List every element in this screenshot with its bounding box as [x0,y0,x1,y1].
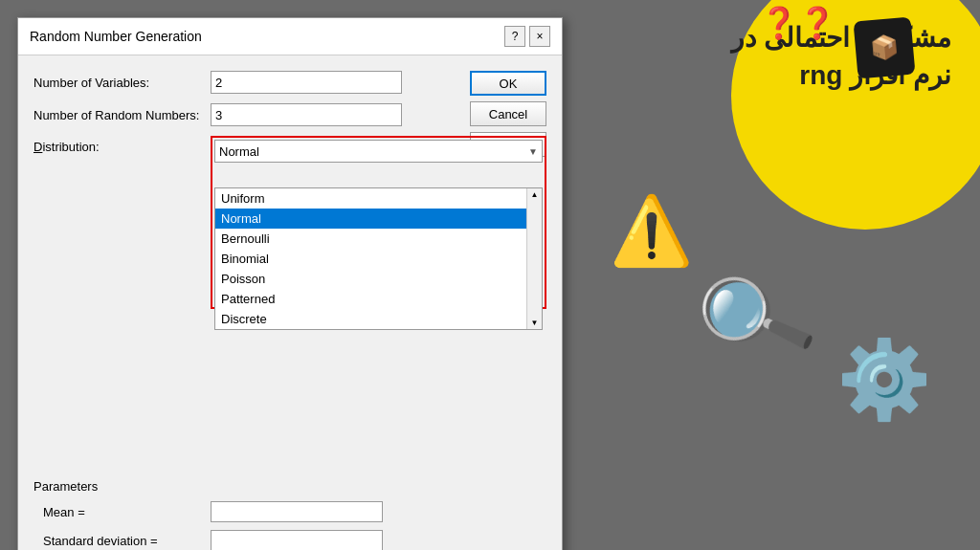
distribution-dropdown-container: Normal ▼ Uniform Normal Bernoulli Binomi… [211,136,546,309]
gear-decoration: ⚙️ [836,335,932,425]
option-discrete[interactable]: Discrete [215,309,542,329]
option-uniform[interactable]: Uniform [215,188,542,209]
help-titlebar-button[interactable]: ? [504,26,525,47]
option-poisson[interactable]: Poisson [215,269,542,289]
dialog-title: Random Number Generation [30,29,202,44]
parameters-label: Parameters [33,479,546,494]
question-marks: ❓❓ [760,5,836,41]
parameters-section: Parameters Mean = Standard deviation = [33,472,546,550]
stddev-input[interactable] [211,530,383,550]
stddev-label: Standard deviation = [43,534,211,548]
stddev-row: Standard deviation = [33,530,546,550]
scroll-down-icon[interactable]: ▼ [531,319,539,327]
num-random-label: Number of Random Numbers: [33,108,211,122]
dropdown-arrow-icon: ▼ [528,146,538,157]
distribution-label: Distribution: [33,136,211,154]
option-binomial[interactable]: Binomial [215,249,542,269]
close-button[interactable]: × [529,26,550,47]
titlebar-buttons: ? × [504,26,550,47]
distribution-selected-value: Normal [219,144,259,159]
magnifier-decoration: 🔍 [686,253,821,384]
distribution-list: Uniform Normal Bernoulli Binomial Poisso… [214,187,543,330]
dialog-titlebar: Random Number Generation ? × [18,18,562,55]
background-decoration: مشکلات احتمالی درنرم افزار rng 📦 ❓❓ ⚠️ 🔍… [578,0,980,550]
ok-button[interactable]: OK [470,71,546,96]
option-bernoulli[interactable]: Bernoulli [215,229,542,249]
distribution-row: Distribution: Normal ▼ Uniform Normal Be… [33,136,546,309]
mean-input[interactable] [211,501,383,522]
distribution-select[interactable]: Normal ▼ [214,140,543,163]
num-random-input[interactable] [211,103,402,126]
exclamation-decoration: ⚠️ [610,191,693,270]
mean-label: Mean = [43,505,211,519]
distribution-underline: D [33,140,42,154]
dialog-content: OK Cancel Help Number of Variables: Numb… [18,55,562,550]
cancel-button[interactable]: Cancel [470,101,546,126]
random-number-dialog: Random Number Generation ? × OK Cancel H… [17,17,563,550]
dropdown-scrollbar[interactable]: ▲ ▼ [526,188,542,329]
option-patterned[interactable]: Patterned [215,289,542,309]
scroll-up-icon[interactable]: ▲ [531,190,539,199]
num-variables-input[interactable] [211,71,402,94]
mean-row: Mean = [33,501,546,522]
cube-icon: 📦 [869,33,900,63]
num-variables-label: Number of Variables: [33,76,211,90]
option-normal[interactable]: Normal [215,209,542,229]
cube-decoration: 📦 [853,16,915,78]
